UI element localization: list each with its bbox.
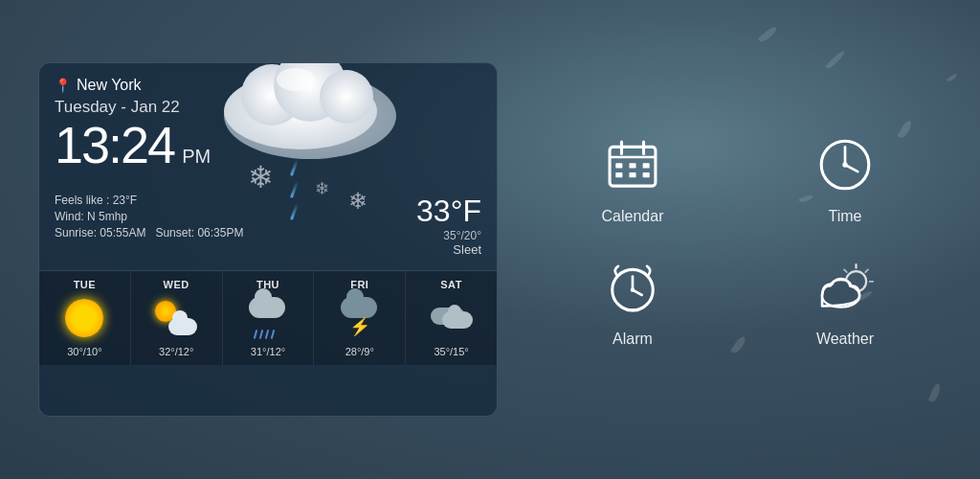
forecast-day-tue: TUE 30°/10° xyxy=(39,271,131,365)
svg-point-5 xyxy=(277,68,315,91)
svg-point-23 xyxy=(631,287,635,291)
thunder-cloud-icon: ⚡ xyxy=(339,297,381,339)
forecast-temp-sat: 35°/15° xyxy=(410,346,493,357)
location-name: New York xyxy=(77,77,142,94)
alarm-app-icon[interactable]: Alarm xyxy=(599,254,666,348)
svg-point-19 xyxy=(842,162,847,167)
main-container: 📍 New York Tuesday - Jan 22 13:24 PM ❄ ❄… xyxy=(0,0,980,479)
left-details: Feels like : 23°F Wind: N 5mhp Sunrise: … xyxy=(55,194,243,240)
day-label-fri: FRI xyxy=(318,279,401,290)
sun-times: Sunrise: 05:55AM Sunset: 06:35PM xyxy=(55,226,243,240)
forecast-temp-tue: 30°/10° xyxy=(43,346,126,357)
day-label-tue: TUE xyxy=(43,279,126,290)
cloud-decoration xyxy=(205,62,415,178)
feels-like: Feels like : 23°F xyxy=(55,194,243,207)
forecast-day-fri: FRI ⚡ 28°/9° xyxy=(314,271,406,365)
svg-rect-10 xyxy=(615,163,622,168)
svg-line-30 xyxy=(844,269,847,272)
weather-icon-container xyxy=(812,254,879,321)
forecast-icon-wed xyxy=(135,294,218,342)
forecast-temp-fri: 28°/9° xyxy=(318,346,401,357)
svg-line-31 xyxy=(865,269,868,272)
time-display: 13:24 xyxy=(55,119,174,171)
partly-cloudy-icon xyxy=(155,301,197,335)
snowflake-icon-2: ❄ xyxy=(348,188,368,215)
forecast-icon-sat xyxy=(410,294,493,342)
svg-point-4 xyxy=(320,70,373,124)
app-icons-panel: Calendar Time xyxy=(536,112,942,367)
day-label-thu: THU xyxy=(227,279,310,290)
location-pin-icon: 📍 xyxy=(55,78,71,93)
right-temp: 33°F 35°/20° Sleet xyxy=(416,194,481,257)
day-label-sat: SAT xyxy=(410,279,493,290)
time-icon-container xyxy=(812,131,879,198)
small-snowflake-icon: ❄ xyxy=(315,178,329,199)
time-app-icon[interactable]: Time xyxy=(812,131,879,225)
forecast-day-sat: SAT 35°/15° xyxy=(406,271,497,365)
svg-rect-14 xyxy=(629,172,635,177)
forecast-icon-thu xyxy=(227,294,310,342)
overcast-cloud-icon xyxy=(431,304,473,332)
svg-point-37 xyxy=(833,280,850,297)
wind-info: Wind: N 5mhp xyxy=(55,210,243,223)
day-label-wed: WED xyxy=(135,279,218,290)
svg-rect-15 xyxy=(643,172,650,177)
forecast-row: TUE 30°/10° WED 32°/12° THU xyxy=(39,270,497,365)
forecast-temp-wed: 32°/12° xyxy=(135,346,218,357)
forecast-icon-tue xyxy=(43,294,126,342)
current-temp: 33°F xyxy=(416,194,481,228)
sun-weather-icon xyxy=(65,299,103,337)
calendar-app-icon[interactable]: Calendar xyxy=(599,131,666,225)
alarm-label: Alarm xyxy=(612,331,653,348)
temp-range: 35°/20° xyxy=(416,229,481,242)
rain-cloud-icon xyxy=(247,297,289,339)
weather-description: Sleet xyxy=(416,242,481,257)
calendar-icon-container xyxy=(599,131,666,198)
weather-app-label: Weather xyxy=(816,331,874,348)
calendar-label: Calendar xyxy=(602,208,664,225)
svg-rect-11 xyxy=(629,163,635,168)
forecast-day-thu: THU 31°/12° xyxy=(223,271,315,365)
alarm-icon-container xyxy=(599,254,666,321)
svg-rect-13 xyxy=(615,172,622,177)
weather-widget: 📍 New York Tuesday - Jan 22 13:24 PM ❄ ❄… xyxy=(38,62,498,417)
svg-rect-12 xyxy=(643,163,650,168)
time-label: Time xyxy=(829,208,862,225)
forecast-temp-thu: 31°/12° xyxy=(227,346,310,357)
weather-app-icon[interactable]: Weather xyxy=(812,254,879,348)
forecast-icon-fri: ⚡ xyxy=(318,294,401,342)
forecast-day-wed: WED 32°/12° xyxy=(131,271,223,365)
